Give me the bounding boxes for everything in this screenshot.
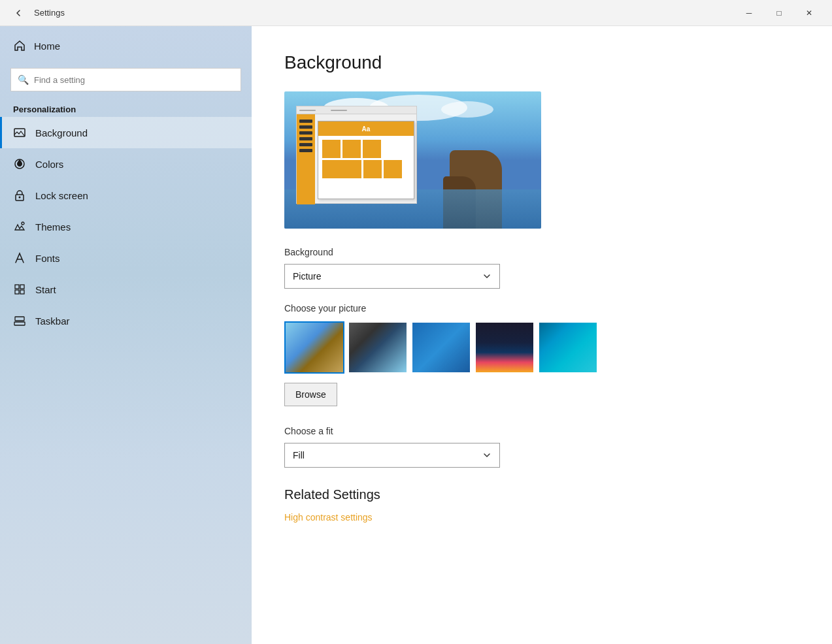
background-icon [13, 126, 26, 139]
sidebar-label-colors: Colors [35, 159, 63, 170]
sidebar-label-themes: Themes [35, 221, 71, 233]
picture-thumb-3[interactable] [411, 321, 471, 374]
sidebar-item-themes[interactable]: Themes [0, 211, 252, 242]
lock-screen-icon [13, 189, 26, 202]
background-dropdown-value: Picture [293, 271, 322, 282]
sidebar-label-start: Start [35, 284, 56, 295]
sidebar-item-colors[interactable]: Colors [0, 148, 252, 180]
svg-rect-8 [20, 290, 24, 294]
colors-icon [13, 157, 26, 170]
titlebar: Settings ─ □ ✕ [0, 0, 832, 26]
main-content: Background [252, 26, 832, 644]
sidebar-item-lock-screen[interactable]: Lock screen [0, 180, 252, 211]
sidebar: Home 🔍 Personalization Background [0, 26, 252, 644]
svg-point-4 [22, 222, 24, 225]
themes-icon [13, 220, 26, 233]
related-settings-title: Related Settings [284, 487, 799, 502]
sidebar-item-fonts[interactable]: Fonts [0, 242, 252, 274]
picture-thumb-4[interactable] [474, 321, 535, 374]
home-label: Home [34, 40, 60, 52]
svg-rect-7 [15, 290, 19, 294]
svg-rect-9 [14, 322, 25, 325]
sidebar-label-taskbar: Taskbar [35, 315, 70, 327]
minimize-button[interactable]: ─ [734, 3, 764, 24]
window-controls: ─ □ ✕ [734, 3, 824, 24]
choose-fit-label: Choose a fit [284, 426, 799, 436]
search-box[interactable]: 🔍 [10, 68, 241, 91]
start-icon [13, 283, 26, 296]
sidebar-section-title: Personalization [0, 99, 252, 117]
svg-rect-5 [15, 285, 19, 289]
chevron-down-icon-2 [482, 451, 491, 460]
back-button[interactable] [8, 3, 29, 24]
sidebar-item-background[interactable]: Background [0, 117, 252, 148]
fit-dropdown[interactable]: Fill [284, 443, 500, 468]
fonts-icon [13, 251, 26, 265]
high-contrast-link[interactable]: High contrast settings [284, 512, 373, 523]
svg-point-3 [19, 197, 21, 199]
sidebar-item-taskbar[interactable]: Taskbar [0, 305, 252, 336]
search-input[interactable] [34, 75, 234, 85]
home-icon [13, 39, 26, 52]
picture-thumb-2[interactable] [348, 321, 408, 374]
sidebar-item-start[interactable]: Start [0, 274, 252, 305]
background-dropdown[interactable]: Picture [284, 264, 500, 289]
page-title: Background [284, 52, 799, 73]
background-dropdown-label: Background [284, 247, 799, 257]
picture-row [284, 321, 799, 374]
sidebar-item-home[interactable]: Home [0, 26, 252, 65]
titlebar-title: Settings [34, 8, 65, 18]
app-body: Home 🔍 Personalization Background [0, 26, 832, 644]
background-preview: Aa [284, 91, 541, 229]
picture-thumb-1[interactable] [284, 321, 344, 374]
search-icon: 🔍 [18, 74, 29, 85]
close-button[interactable]: ✕ [794, 3, 824, 24]
chevron-down-icon [482, 272, 491, 281]
sidebar-label-lock-screen: Lock screen [35, 190, 88, 201]
sidebar-label-fonts: Fonts [35, 253, 60, 264]
svg-rect-10 [15, 317, 24, 321]
browse-button[interactable]: Browse [284, 383, 337, 406]
fit-dropdown-value: Fill [293, 450, 305, 460]
svg-rect-6 [20, 285, 24, 289]
choose-picture-label: Choose your picture [284, 303, 799, 314]
sidebar-label-background: Background [35, 127, 88, 138]
maximize-button[interactable]: □ [764, 3, 794, 24]
picture-thumb-5[interactable] [538, 321, 598, 374]
taskbar-icon [13, 314, 26, 327]
